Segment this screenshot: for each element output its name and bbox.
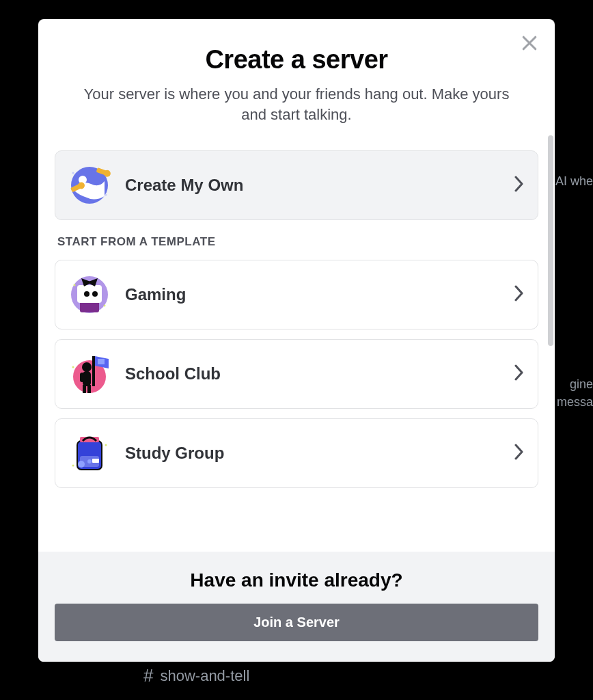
svg-rect-20: [80, 373, 84, 382]
svg-point-30: [78, 461, 85, 468]
scrollbar-thumb[interactable]: [548, 135, 553, 346]
chevron-right-icon: [513, 174, 524, 196]
gaming-icon: [65, 270, 114, 319]
svg-point-7: [105, 194, 107, 196]
svg-rect-16: [92, 356, 95, 386]
svg-rect-29: [92, 459, 99, 463]
join-server-button[interactable]: Join a Server: [55, 604, 538, 641]
option-label: School Club: [125, 364, 513, 383]
school-club-icon: [65, 349, 114, 399]
chevron-right-icon: [513, 363, 524, 385]
option-gaming[interactable]: Gaming: [55, 260, 538, 329]
option-school-club[interactable]: School Club: [55, 339, 538, 409]
option-label: Gaming: [125, 285, 513, 304]
svg-rect-21: [83, 385, 86, 393]
svg-point-11: [84, 291, 89, 297]
svg-rect-22: [87, 385, 91, 393]
channel-name: show-and-tell: [160, 667, 249, 685]
hash-icon: #: [143, 665, 153, 686]
backdrop-text: t messa: [550, 395, 593, 409]
backdrop-text: gine: [570, 377, 593, 392]
create-my-own-icon: [65, 161, 114, 210]
chevron-right-icon: [513, 284, 524, 306]
modal-footer: Have an invite already? Join a Server: [38, 552, 555, 662]
svg-point-31: [105, 444, 107, 446]
backdrop-text: AI whe: [555, 174, 593, 189]
create-server-modal: Create a server Your server is where you…: [38, 19, 555, 662]
chevron-right-icon: [513, 442, 524, 464]
svg-point-32: [72, 465, 74, 467]
svg-point-18: [82, 362, 92, 372]
modal-subtitle: Your server is where you and your friend…: [59, 84, 534, 124]
background-channel: # show-and-tell: [143, 665, 249, 686]
template-section-label: START FROM A TEMPLATE: [57, 235, 538, 249]
svg-point-23: [72, 366, 74, 368]
svg-point-12: [92, 291, 98, 297]
option-study-group[interactable]: Study Group: [55, 418, 538, 488]
modal-header: Create a server Your server is where you…: [38, 19, 555, 131]
close-icon: [519, 33, 540, 53]
option-create-my-own[interactable]: Create My Own: [55, 150, 538, 220]
svg-rect-17: [98, 359, 105, 364]
study-group-icon: [65, 429, 114, 478]
svg-point-28: [87, 459, 92, 463]
svg-point-14: [104, 305, 106, 307]
option-label: Study Group: [125, 444, 513, 463]
modal-title: Create a server: [59, 45, 534, 75]
close-button[interactable]: [519, 33, 540, 53]
modal-body: Create My Own START FROM A TEMPLATE: [38, 131, 555, 552]
footer-title: Have an invite already?: [55, 569, 538, 591]
svg-point-6: [72, 172, 74, 174]
option-label: Create My Own: [125, 176, 513, 195]
svg-point-13: [74, 284, 76, 286]
